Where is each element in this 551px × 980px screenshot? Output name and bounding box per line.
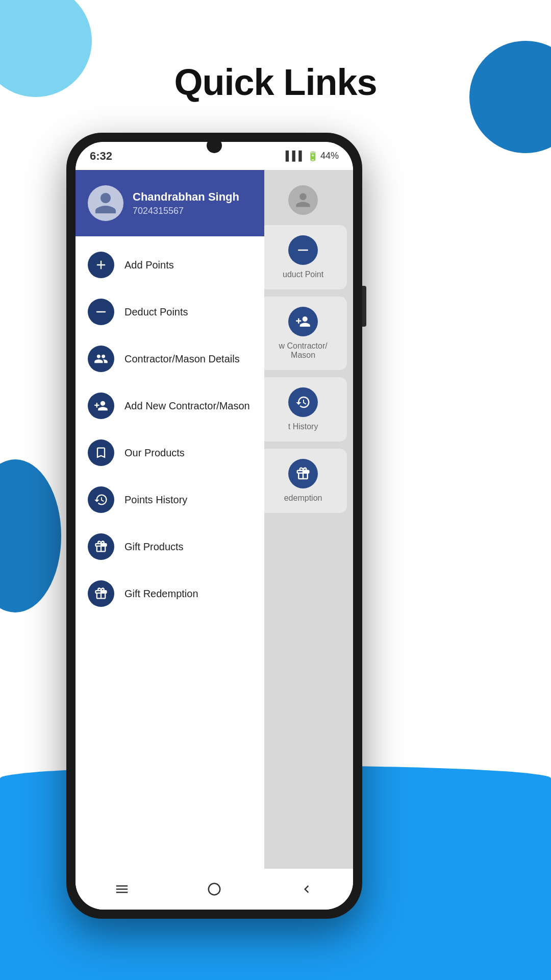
our-products-label: Our Products <box>124 447 185 459</box>
contractor-details-label: Contractor/Mason Details <box>124 353 240 365</box>
menu-item-points-history[interactable]: Points History <box>76 476 264 523</box>
battery-icon: 🔋 <box>307 151 318 162</box>
our-products-icon <box>88 439 114 466</box>
menu-item-contractor-details[interactable]: Contractor/Mason Details <box>76 335 264 382</box>
menu-item-deduct-points[interactable]: Deduct Points <box>76 288 264 335</box>
bg-card-contractor-label: w Contractor/ Mason <box>269 341 337 360</box>
phone-screen: 6:32 ▌▌▌ 🔋 44% uduct Point <box>76 142 353 910</box>
nav-back-button[interactable] <box>294 876 319 902</box>
points-history-label: Points History <box>124 494 187 506</box>
deduct-points-icon <box>88 299 114 325</box>
add-points-label: Add Points <box>124 259 174 271</box>
nav-menu-button[interactable] <box>109 876 135 902</box>
navigation-drawer: Chandrabhan Singh 7024315567 Add Points <box>76 170 264 910</box>
bg-user-avatar <box>288 185 318 215</box>
user-name: Chandrabhan Singh <box>133 190 239 204</box>
bg-card-deduct: uduct Point <box>259 225 347 289</box>
menu-item-gift-redemption[interactable]: Gift Redemption <box>76 570 264 617</box>
gift-products-icon <box>88 533 114 560</box>
contractor-details-icon <box>88 346 114 372</box>
page-title: Quick Links <box>0 61 551 103</box>
status-icons: ▌▌▌ 🔋 44% <box>286 151 339 162</box>
add-points-icon <box>88 252 114 278</box>
gift-products-label: Gift Products <box>124 541 184 553</box>
battery-percent: 44% <box>320 151 339 161</box>
bg-history-icon <box>288 387 318 417</box>
bg-gift-icon <box>288 459 318 488</box>
phone-side-button <box>362 286 366 327</box>
bg-card-gift: edemption <box>259 449 347 513</box>
status-time: 6:32 <box>90 150 112 163</box>
drawer-user-header[interactable]: Chandrabhan Singh 7024315567 <box>76 170 264 236</box>
user-avatar <box>88 185 123 221</box>
svg-rect-0 <box>298 250 308 251</box>
svg-rect-1 <box>96 311 106 312</box>
bg-card-history-label: t History <box>288 422 318 431</box>
nav-home-button[interactable] <box>202 876 227 902</box>
bg-card-deduct-label: uduct Point <box>283 270 323 279</box>
bg-card-contractor: w Contractor/ Mason <box>259 297 347 370</box>
user-info: Chandrabhan Singh 7024315567 <box>133 190 239 216</box>
signal-icon: ▌▌▌ <box>286 151 305 161</box>
menu-item-add-points[interactable]: Add Points <box>76 241 264 288</box>
gift-redemption-label: Gift Redemption <box>124 588 198 600</box>
bg-contractor-icon <box>288 307 318 336</box>
bg-deduct-icon <box>288 235 318 265</box>
bg-card-gift-label: edemption <box>284 494 322 503</box>
deduct-points-label: Deduct Points <box>124 306 188 318</box>
phone-navbar <box>76 869 353 910</box>
add-contractor-icon <box>88 393 114 419</box>
svg-point-2 <box>209 884 220 895</box>
user-phone: 7024315567 <box>133 206 239 216</box>
bg-card-history: t History <box>259 377 347 442</box>
gift-redemption-icon <box>88 580 114 607</box>
menu-item-add-contractor[interactable]: Add New Contractor/Mason <box>76 382 264 429</box>
menu-item-our-products[interactable]: Our Products <box>76 429 264 476</box>
bg-app-panel: uduct Point w Contractor/ Mason t <box>253 170 353 910</box>
bg-circle-mid-left <box>0 459 61 612</box>
phone-frame: 6:32 ▌▌▌ 🔋 44% uduct Point <box>66 133 362 919</box>
points-history-icon <box>88 486 114 513</box>
drawer-menu: Add Points Deduct Points C <box>76 236 264 910</box>
add-contractor-label: Add New Contractor/Mason <box>124 400 250 412</box>
menu-item-gift-products[interactable]: Gift Products <box>76 523 264 570</box>
phone-camera <box>207 138 222 153</box>
